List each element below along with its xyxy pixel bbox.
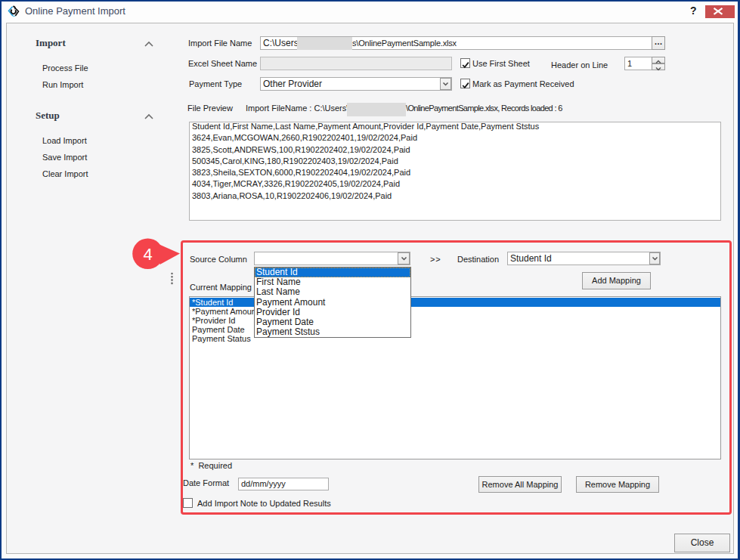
svg-text:4: 4	[143, 245, 152, 264]
